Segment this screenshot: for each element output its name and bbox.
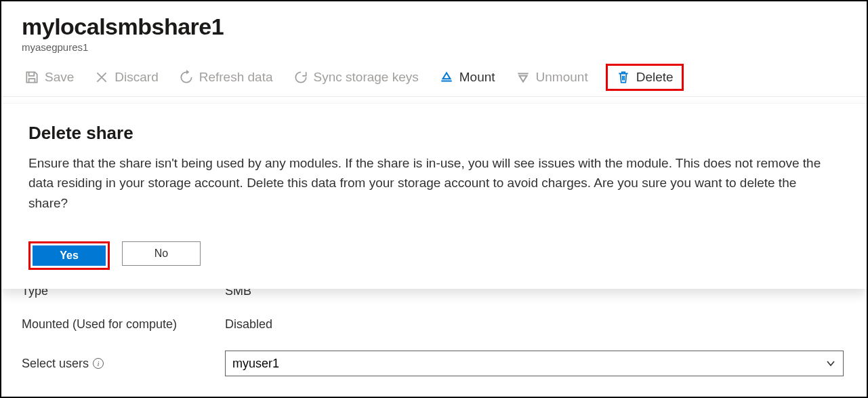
delete-icon [616,70,631,85]
command-bar: Save Discard Refresh data Sync storage k… [1,58,867,97]
row-select-users: Select users i myuser1 [22,341,846,386]
delete-button[interactable]: Delete [606,64,684,91]
discard-icon [94,70,109,85]
unmount-label: Unmount [536,70,588,85]
dialog-body: Ensure that the share isn't being used b… [28,153,835,213]
chevron-down-icon [825,358,836,369]
save-label: Save [45,70,74,85]
sync-button[interactable]: Sync storage keys [291,68,421,86]
save-button[interactable]: Save [22,68,77,86]
select-users-dropdown[interactable]: myuser1 [225,351,844,376]
mount-icon [439,70,454,85]
row-mounted: Mounted (Used for compute) Disabled [22,308,846,341]
page-subtitle: myasegpures1 [22,41,224,53]
refresh-icon [179,70,194,85]
title-block: mylocalsmbshare1 myasegpures1 [22,14,224,53]
no-button[interactable]: No [122,241,201,266]
discard-button[interactable]: Discard [91,68,161,86]
yes-button-highlight: Yes [28,241,110,270]
mounted-label: Mounted (Used for compute) [22,317,225,332]
sync-label: Sync storage keys [314,70,419,85]
unmount-button[interactable]: Unmount [513,68,591,86]
mount-label: Mount [459,70,495,85]
dialog-actions: Yes No [28,241,840,270]
select-users-value: myuser1 [232,357,279,371]
delete-share-dialog: Delete share Ensure that the share isn't… [1,103,867,289]
sync-icon [293,70,308,85]
discard-label: Discard [115,70,158,85]
refresh-button[interactable]: Refresh data [176,68,276,86]
select-users-label: Select users i [22,357,225,371]
save-icon [24,70,39,85]
mount-button[interactable]: Mount [436,68,498,86]
mounted-value: Disabled [225,317,272,332]
info-icon[interactable]: i [93,358,104,369]
page-title: mylocalsmbshare1 [22,14,224,40]
header: mylocalsmbshare1 myasegpures1 [1,1,867,58]
close-icon[interactable] [838,18,846,39]
dialog-title: Delete share [28,123,840,144]
refresh-label: Refresh data [199,70,273,85]
select-users-label-text: Select users [22,357,89,371]
delete-label: Delete [636,70,674,85]
yes-button[interactable]: Yes [33,245,106,266]
unmount-icon [516,70,531,85]
